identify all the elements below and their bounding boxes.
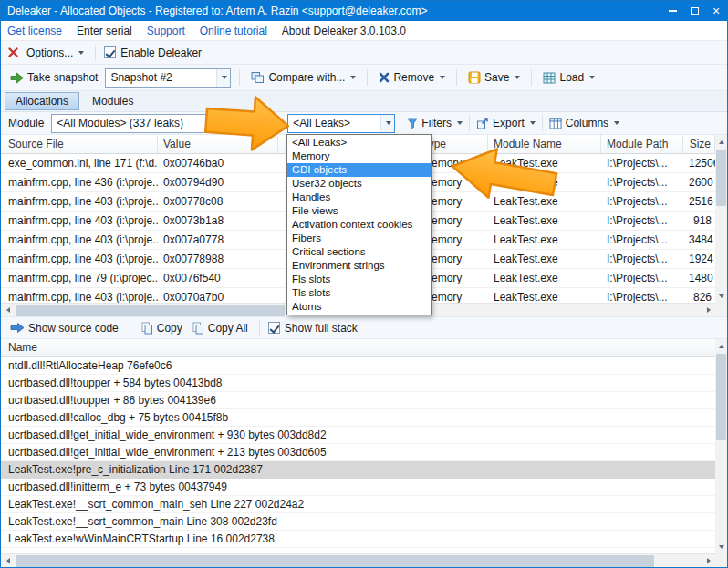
chevron-down-icon — [386, 121, 391, 125]
scroll-left-button[interactable] — [1, 304, 15, 316]
stack-frame-row[interactable]: LeakTest.exe!__scrt_common_main Line 308… — [1, 513, 715, 531]
stack-frame-row[interactable]: ucrtbased.dll!toupper + 584 bytes 00413b… — [1, 375, 715, 392]
dropdown-item[interactable]: Handles — [287, 191, 431, 204]
menu-item[interactable]: Get license — [7, 25, 62, 37]
scrollbar-corner — [715, 303, 727, 316]
stack-frame-row[interactable]: LeakTest.exe!wWinMainCRTStartup Line 16 … — [1, 531, 715, 548]
show-source-code-button[interactable]: Show source code — [7, 320, 121, 336]
stack-frame-row[interactable]: ucrtbased.dll!calloc_dbg + 75 bytes 0041… — [1, 409, 715, 427]
stack-vertical-scrollbar[interactable] — [715, 339, 727, 553]
dropdown-item[interactable]: User32 objects — [287, 177, 431, 191]
take-snapshot-button[interactable]: Take snapshot — [7, 69, 100, 86]
chevron-down-icon — [589, 76, 595, 79]
columns-icon — [549, 118, 562, 129]
chevron-down-icon — [457, 121, 463, 125]
scrollbar-thumb[interactable] — [16, 305, 285, 316]
minimize-button[interactable] — [661, 1, 683, 21]
filter-bar: Module <All Modules> (337 leaks) <All Le… — [1, 112, 727, 135]
options-button[interactable]: Options... — [24, 45, 87, 61]
scroll-up-button[interactable] — [715, 135, 727, 149]
dropdown-item[interactable]: Environment strings — [287, 259, 431, 273]
stack-frame-row[interactable]: LeakTest.exe!pre_c_initialization Line 1… — [1, 461, 715, 479]
separator — [367, 69, 368, 86]
close-icon: × — [712, 5, 720, 17]
dropdown-item[interactable]: Critical sections — [287, 245, 431, 259]
tab[interactable]: Modules — [81, 92, 144, 110]
scroll-right-button[interactable] — [702, 554, 715, 567]
dropdown-item[interactable]: File views — [287, 204, 431, 218]
menu-item[interactable]: Support — [147, 25, 185, 37]
menu-item[interactable]: Enter serial — [77, 25, 132, 37]
snapshot-combo-dropdown-button[interactable] — [216, 69, 230, 87]
show-source-code-icon — [10, 322, 25, 334]
close-button[interactable]: × — [705, 1, 727, 21]
column-header-size[interactable]: Size — [683, 135, 715, 153]
dropdown-item[interactable]: <All Leaks> — [287, 136, 431, 150]
chevron-down-icon — [614, 121, 619, 125]
dropdown-item[interactable]: Memory — [287, 150, 431, 163]
dropdown-item[interactable]: Atoms — [287, 300, 431, 314]
column-header-source-file[interactable]: Source File — [3, 135, 158, 153]
dropdown-item[interactable]: Fls slots — [287, 273, 431, 286]
separator — [239, 69, 240, 86]
column-header-module-name[interactable]: Module Name — [488, 135, 601, 153]
window-title: Deleaker - Allocated Objects - Registere… — [1, 5, 661, 17]
options-bar: Options... Enable Deleaker — [1, 41, 727, 65]
snapshot-combobox[interactable]: Snapshot #2 — [105, 68, 231, 88]
export-button[interactable]: Export — [473, 115, 538, 131]
dropdown-item[interactable]: Activation context cookies — [287, 218, 431, 232]
leak-type-combo-dropdown-button[interactable] — [380, 115, 394, 132]
maximize-icon — [691, 7, 699, 15]
scroll-left-button[interactable] — [1, 554, 15, 567]
copy-all-button[interactable]: Copy All — [190, 320, 251, 336]
scroll-down-button[interactable] — [715, 540, 727, 553]
maximize-button[interactable] — [683, 1, 705, 21]
menu-item[interactable]: Online tutorial — [200, 25, 267, 37]
dropdown-item[interactable]: Fibers — [287, 232, 431, 245]
module-combobox[interactable]: <All Modules> (337 leaks) — [51, 114, 230, 133]
scroll-right-button[interactable] — [702, 304, 715, 316]
scrollbar-thumb[interactable] — [716, 150, 726, 206]
stack-horizontal-scrollbar[interactable] — [1, 553, 715, 567]
scrollbar-corner — [715, 553, 727, 567]
stack-list: ntdll.dll!RtlAllocateHeap 76efe0c6 ucrtb… — [1, 357, 715, 553]
tab[interactable]: Allocations — [5, 92, 79, 110]
stack-frame-row[interactable]: ucrtbased.dll!get_initial_wide_environme… — [1, 444, 715, 461]
scrollbar-thumb[interactable] — [716, 354, 726, 440]
stack-frame-row[interactable]: ntdll.dll!RtlAllocateHeap 76efe0c6 — [1, 357, 715, 375]
save-button[interactable]: Save — [465, 69, 523, 86]
remove-button[interactable]: Remove — [376, 69, 448, 86]
stack-frame-row[interactable]: ucrtbased.dll!toupper + 86 bytes 004139e… — [1, 392, 715, 409]
chevron-down-icon — [350, 76, 356, 79]
scrollbar-thumb[interactable] — [16, 555, 654, 567]
column-header-module-path[interactable]: Module Path — [601, 135, 683, 153]
scroll-down-button[interactable] — [715, 289, 727, 303]
load-button[interactable]: Load — [540, 69, 598, 86]
columns-button[interactable]: Columns — [546, 115, 622, 131]
show-full-stack-label[interactable]: Show full stack — [285, 322, 358, 335]
stack-frame-row[interactable]: ucrtbased.dll!initterm_e + 73 bytes 0043… — [1, 479, 715, 496]
scroll-up-button[interactable] — [715, 339, 727, 353]
dropdown-item[interactable]: Tls slots — [287, 286, 431, 300]
take-snapshot-icon — [10, 72, 24, 84]
titlebar: Deleaker - Allocated Objects - Registere… — [1, 1, 727, 21]
window-controls: × — [661, 1, 727, 21]
menu-item[interactable]: About Deleaker 3.0.103.0 — [282, 25, 406, 37]
show-full-stack-checkbox[interactable] — [268, 322, 280, 334]
copy-button[interactable]: Copy — [139, 320, 185, 336]
compare-with-button[interactable]: Compare with... — [248, 69, 359, 86]
stack-column-header-name[interactable]: Name — [1, 339, 715, 357]
separator — [456, 69, 457, 86]
compare-with-icon — [251, 71, 265, 84]
leak-type-combobox[interactable]: <All Leaks> — [287, 114, 395, 133]
table-vertical-scrollbar[interactable] — [715, 135, 727, 303]
chevron-down-icon — [78, 51, 84, 55]
stack-frame-row[interactable]: LeakTest.exe!__scrt_common_main_seh Line… — [1, 496, 715, 513]
enable-deleaker-checkbox[interactable] — [104, 46, 116, 58]
stack-frame-row[interactable]: ucrtbased.dll!get_initial_wide_environme… — [1, 427, 715, 444]
dropdown-item[interactable]: GDI objects — [287, 163, 431, 177]
filters-button[interactable]: Filters — [404, 115, 465, 131]
enable-deleaker-label[interactable]: Enable Deleaker — [120, 46, 202, 59]
module-combo-dropdown-button[interactable] — [215, 115, 229, 132]
column-header-value[interactable]: Value — [158, 135, 278, 153]
